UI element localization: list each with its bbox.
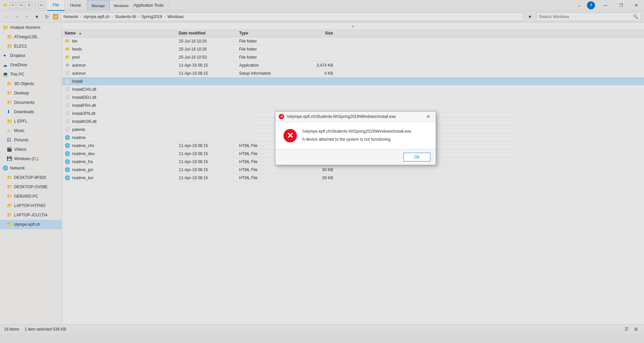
dialog-overlay: ✕ \\olympe.epfl.ch\Students-NI\Spring201… [0,0,644,343]
dialog-message-area: \\olympe.epfl.ch\Students-NI\Spring2019\… [302,129,428,142]
dialog-titlebar: ✕ \\olympe.epfl.ch\Students-NI\Spring201… [275,112,436,122]
dialog-title-error-icon: ✕ [279,114,284,119]
dialog-ok-button[interactable]: OK [404,153,430,161]
dialog-close-btn[interactable]: ✕ [424,113,432,121]
dialog-error-icon: ✕ [283,129,297,142]
dialog-error-text: A device attached to the system is not f… [302,137,428,142]
dialog-title-text: \\olympe.epfl.ch\Students-NI\Spring2019\… [287,114,396,119]
error-dialog: ✕ \\olympe.epfl.ch\Students-NI\Spring201… [275,111,436,165]
dialog-footer: OK [275,149,436,165]
dialog-body: ✕ \\olympe.epfl.ch\Students-NI\Spring201… [275,122,436,149]
dialog-filepath: \\olympe.epfl.ch\Students-NI\Spring2019\… [302,129,428,134]
dialog-title-content: ✕ \\olympe.epfl.ch\Students-NI\Spring201… [279,114,396,119]
